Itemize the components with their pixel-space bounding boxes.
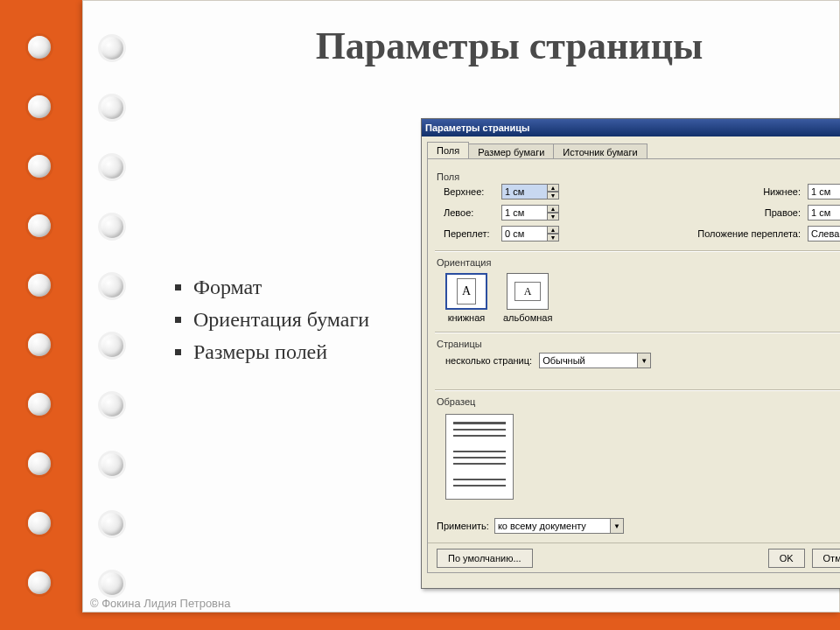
- label-apply: Применить:: [437, 521, 489, 531]
- page-setup-dialog: Параметры страницы ? × Поля Размер бумаг…: [421, 118, 840, 589]
- binder-holes-inner: [99, 1, 125, 630]
- input-top[interactable]: ▲▼: [501, 184, 577, 200]
- page-preview: [445, 414, 514, 500]
- tab-panel-fields: Поля Верхнее: ▲▼ Нижнее: ▲▼ Левое: ▲▼: [427, 158, 840, 573]
- bullet-item: Ориентация бумаги: [193, 308, 369, 332]
- select-gutter-pos[interactable]: ▼: [808, 226, 840, 242]
- input-gutter[interactable]: ▲▼: [501, 226, 577, 242]
- label-gutter: Переплет:: [444, 228, 501, 239]
- orientation-portrait[interactable]: A книжная: [445, 273, 487, 323]
- label-right: Правое:: [694, 207, 808, 218]
- dialog-title: Параметры страницы: [425, 122, 529, 133]
- group-fields-label: Поля: [437, 172, 840, 182]
- ok-button[interactable]: OK: [768, 549, 805, 568]
- label-multi-pages: несколько страниц:: [445, 355, 532, 366]
- select-apply[interactable]: ▼: [494, 518, 626, 534]
- tab-fields[interactable]: Поля: [427, 142, 469, 158]
- input-right[interactable]: ▲▼: [808, 205, 840, 220]
- orientation-landscape[interactable]: A альбомная: [503, 273, 552, 323]
- cancel-button[interactable]: Отмена: [812, 549, 840, 568]
- label-left: Левое:: [444, 207, 501, 218]
- slide-footer: © Фокина Лидия Петровна: [90, 597, 230, 610]
- dialog-button-row: По умолчанию... OK Отмена: [428, 542, 840, 572]
- group-pages-label: Страницы: [437, 339, 840, 349]
- slide-bullets: Формат Ориентация бумаги Размеры полей: [158, 276, 369, 373]
- chevron-down-icon[interactable]: ▼: [610, 518, 624, 534]
- spin-buttons[interactable]: ▲▼: [547, 184, 559, 200]
- bullet-item: Размеры полей: [193, 340, 369, 364]
- bullet-item: Формат: [193, 276, 369, 299]
- slide-page: Параметры страницы Формат Ориентация бум…: [82, 0, 840, 612]
- group-orientation-label: Ориентация: [437, 257, 840, 268]
- dialog-titlebar[interactable]: Параметры страницы ? ×: [422, 119, 840, 136]
- label-bottom: Нижнее:: [694, 186, 808, 197]
- slide-title: Параметры страницы: [214, 24, 804, 68]
- label-gutter-pos: Положение переплета:: [694, 228, 808, 239]
- chevron-down-icon[interactable]: ▼: [637, 353, 651, 368]
- input-left[interactable]: ▲▼: [501, 205, 577, 220]
- dialog-tabs: Поля Размер бумаги Источник бумаги: [422, 136, 840, 158]
- default-button[interactable]: По умолчанию...: [437, 549, 533, 568]
- landscape-icon: A: [514, 282, 541, 301]
- input-bottom[interactable]: ▲▼: [808, 184, 840, 200]
- portrait-icon: A: [457, 278, 476, 304]
- binder-holes-outer: [26, 0, 52, 630]
- label-top: Верхнее:: [444, 186, 501, 197]
- group-preview-label: Образец: [437, 396, 840, 407]
- select-multi-pages[interactable]: ▼: [539, 353, 653, 368]
